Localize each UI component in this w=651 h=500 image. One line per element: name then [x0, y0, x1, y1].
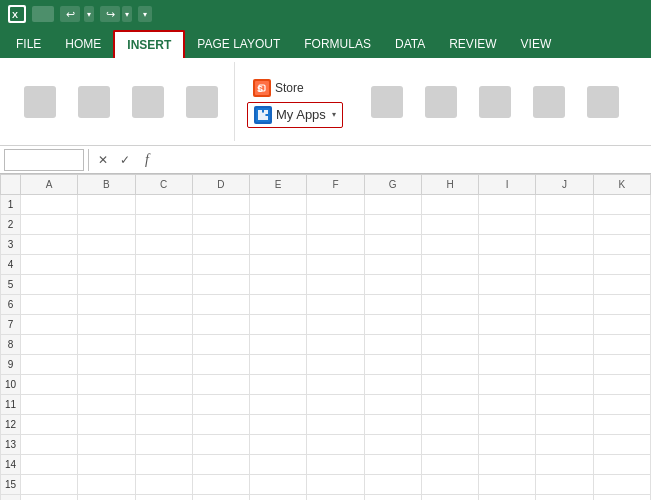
cell-C16[interactable] [135, 495, 192, 501]
cell-C11[interactable] [135, 395, 192, 415]
cell-G13[interactable] [364, 435, 421, 455]
cell-A10[interactable] [21, 375, 78, 395]
cell-E11[interactable] [250, 395, 307, 415]
cell-C8[interactable] [135, 335, 192, 355]
cell-G1[interactable] [364, 195, 421, 215]
cell-C12[interactable] [135, 415, 192, 435]
cell-D6[interactable] [192, 295, 249, 315]
ribbon-icon-btn-7[interactable] [471, 66, 519, 138]
cell-D8[interactable] [192, 335, 249, 355]
cell-I4[interactable] [479, 255, 536, 275]
cell-H13[interactable] [421, 435, 478, 455]
cell-G4[interactable] [364, 255, 421, 275]
cell-A7[interactable] [21, 315, 78, 335]
cell-C2[interactable] [135, 215, 192, 235]
cell-I15[interactable] [479, 475, 536, 495]
cell-F16[interactable] [307, 495, 364, 501]
cell-K11[interactable] [593, 395, 650, 415]
cell-G7[interactable] [364, 315, 421, 335]
cell-B14[interactable] [78, 455, 135, 475]
cell-D14[interactable] [192, 455, 249, 475]
tab-review[interactable]: REVIEW [437, 30, 508, 58]
cell-G14[interactable] [364, 455, 421, 475]
cell-F13[interactable] [307, 435, 364, 455]
col-header-d[interactable]: D [192, 175, 249, 195]
cell-K9[interactable] [593, 355, 650, 375]
tab-page-layout[interactable]: PAGE LAYOUT [185, 30, 292, 58]
cell-I13[interactable] [479, 435, 536, 455]
cell-I2[interactable] [479, 215, 536, 235]
formula-input[interactable] [159, 149, 647, 171]
cell-D12[interactable] [192, 415, 249, 435]
tab-formulas[interactable]: FORMULAS [292, 30, 383, 58]
cell-C4[interactable] [135, 255, 192, 275]
cell-A11[interactable] [21, 395, 78, 415]
cell-A3[interactable] [21, 235, 78, 255]
cell-B6[interactable] [78, 295, 135, 315]
cell-E14[interactable] [250, 455, 307, 475]
cell-C7[interactable] [135, 315, 192, 335]
cell-E1[interactable] [250, 195, 307, 215]
cell-B3[interactable] [78, 235, 135, 255]
cell-I8[interactable] [479, 335, 536, 355]
cell-J11[interactable] [536, 395, 593, 415]
cell-J2[interactable] [536, 215, 593, 235]
cell-J3[interactable] [536, 235, 593, 255]
cell-D7[interactable] [192, 315, 249, 335]
cell-E6[interactable] [250, 295, 307, 315]
cell-K2[interactable] [593, 215, 650, 235]
tab-view[interactable]: VIEW [509, 30, 564, 58]
cell-E2[interactable] [250, 215, 307, 235]
cell-I1[interactable] [479, 195, 536, 215]
cell-G8[interactable] [364, 335, 421, 355]
cell-B8[interactable] [78, 335, 135, 355]
cell-B2[interactable] [78, 215, 135, 235]
redo-dropdown-button[interactable]: ▾ [122, 6, 132, 22]
cell-G5[interactable] [364, 275, 421, 295]
cell-B15[interactable] [78, 475, 135, 495]
cell-F3[interactable] [307, 235, 364, 255]
cell-H7[interactable] [421, 315, 478, 335]
cell-H8[interactable] [421, 335, 478, 355]
cell-H14[interactable] [421, 455, 478, 475]
cell-H9[interactable] [421, 355, 478, 375]
cell-B10[interactable] [78, 375, 135, 395]
cell-J16[interactable] [536, 495, 593, 501]
cell-G2[interactable] [364, 215, 421, 235]
cell-I6[interactable] [479, 295, 536, 315]
cell-A13[interactable] [21, 435, 78, 455]
cell-B5[interactable] [78, 275, 135, 295]
cell-B11[interactable] [78, 395, 135, 415]
cell-D4[interactable] [192, 255, 249, 275]
cell-G10[interactable] [364, 375, 421, 395]
cell-J15[interactable] [536, 475, 593, 495]
cell-H11[interactable] [421, 395, 478, 415]
cell-H12[interactable] [421, 415, 478, 435]
cell-D1[interactable] [192, 195, 249, 215]
cell-I9[interactable] [479, 355, 536, 375]
cell-K1[interactable] [593, 195, 650, 215]
cell-K13[interactable] [593, 435, 650, 455]
cell-E3[interactable] [250, 235, 307, 255]
cell-F6[interactable] [307, 295, 364, 315]
cell-F8[interactable] [307, 335, 364, 355]
cell-J9[interactable] [536, 355, 593, 375]
ribbon-icon-btn-4[interactable] [178, 66, 226, 138]
ribbon-icon-btn-9[interactable] [579, 66, 627, 138]
formula-cancel-btn[interactable]: ✕ [93, 150, 113, 170]
cell-E12[interactable] [250, 415, 307, 435]
cell-A16[interactable] [21, 495, 78, 501]
col-header-i[interactable]: I [479, 175, 536, 195]
cell-C1[interactable] [135, 195, 192, 215]
cell-E16[interactable] [250, 495, 307, 501]
cell-F7[interactable] [307, 315, 364, 335]
cell-F11[interactable] [307, 395, 364, 415]
tab-insert[interactable]: INSERT [113, 30, 185, 58]
cell-I16[interactable] [479, 495, 536, 501]
cell-F14[interactable] [307, 455, 364, 475]
cell-F10[interactable] [307, 375, 364, 395]
cell-I11[interactable] [479, 395, 536, 415]
cell-C14[interactable] [135, 455, 192, 475]
cell-G9[interactable] [364, 355, 421, 375]
cell-H1[interactable] [421, 195, 478, 215]
